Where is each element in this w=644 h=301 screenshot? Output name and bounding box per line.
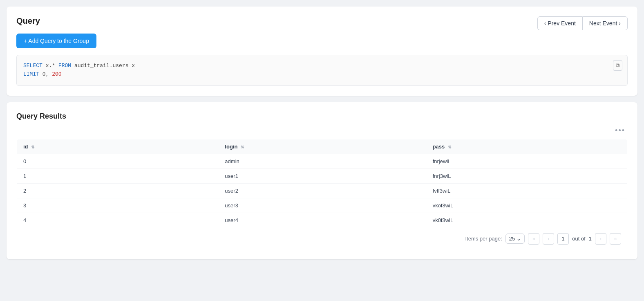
col-pass-label: pass	[433, 144, 445, 150]
out-of-label: out of	[572, 236, 586, 242]
cell-login-4: user4	[218, 213, 426, 227]
copy-sql-button[interactable]: ⧉	[613, 60, 622, 71]
cell-pass-2: fvff3wiL	[426, 183, 627, 198]
chevron-left-icon: ‹	[544, 20, 546, 27]
next-page-button[interactable]: ›	[595, 233, 606, 245]
cell-id-4: 4	[17, 213, 218, 227]
query-header: Query ‹ Prev Event Next Event ›	[16, 16, 628, 30]
cell-login-0: admin	[218, 154, 426, 168]
chevron-down-icon: ⌄	[517, 236, 521, 242]
per-page-value: 25	[509, 236, 515, 242]
sort-login-icon: ⇅	[241, 145, 244, 149]
sql-limit-value: 0,	[42, 71, 52, 77]
cell-id-1: 1	[17, 168, 218, 183]
cell-login-3: user3	[218, 198, 426, 213]
more-options-area: •••	[16, 126, 628, 136]
last-page-button[interactable]: »	[610, 233, 621, 245]
add-query-button[interactable]: + Add Query to the Group	[16, 34, 96, 48]
sql-limit-number: 200	[52, 71, 61, 77]
pagination: Items per page: 25 ⌄ « ‹ 1 out of 1 › »	[16, 228, 628, 249]
results-table: id ⇅ login ⇅ pass ⇅ 0 admin fnrjewiL 1 u…	[16, 139, 628, 228]
query-results-card: Query Results ••• id ⇅ login ⇅ pass ⇅	[7, 102, 637, 259]
col-header-pass[interactable]: pass ⇅	[426, 139, 627, 154]
table-row: 2 user2 fvff3wiL	[17, 183, 628, 198]
sql-keyword: SELECT	[23, 63, 42, 69]
cell-login-1: user1	[218, 168, 426, 183]
cell-login-2: user2	[218, 183, 426, 198]
copy-icon: ⧉	[616, 62, 619, 68]
cell-id-0: 0	[17, 154, 218, 168]
cell-id-3: 3	[17, 198, 218, 213]
total-pages: 1	[589, 236, 592, 242]
table-row: 1 user1 fnrj3wiL	[17, 168, 628, 183]
sort-pass-icon: ⇅	[448, 145, 451, 149]
next-event-button[interactable]: Next Event ›	[582, 16, 628, 30]
next-event-label: Next Event	[589, 20, 617, 27]
first-page-button[interactable]: «	[528, 233, 539, 245]
cell-id-2: 2	[17, 183, 218, 198]
ellipsis-icon: •••	[615, 126, 625, 135]
prev-event-button[interactable]: ‹ Prev Event	[537, 16, 582, 30]
per-page-dropdown[interactable]: 25 ⌄	[505, 234, 525, 244]
sql-text-1: x.*	[46, 63, 58, 69]
cell-pass-3: vkof3wiL	[426, 198, 627, 213]
cell-pass-1: fnrj3wiL	[426, 168, 627, 183]
col-header-login[interactable]: login ⇅	[218, 139, 426, 154]
col-header-id[interactable]: id ⇅	[17, 139, 218, 154]
query-card: Query ‹ Prev Event Next Event › + Add Qu…	[7, 7, 637, 96]
items-per-page-label: Items per page:	[465, 236, 502, 242]
sql-editor: SELECT x.* FROM audit_trail.users x LIMI…	[16, 55, 628, 86]
prev-event-label: Prev Event	[548, 20, 575, 27]
sort-id-icon: ⇅	[31, 145, 34, 149]
table-row: 3 user3 vkof3wiL	[17, 198, 628, 213]
table-row: 4 user4 vk0f3wiL	[17, 213, 628, 227]
sql-keyword-2: FROM	[58, 63, 71, 69]
table-body: 0 admin fnrjewiL 1 user1 fnrj3wiL 2 user…	[17, 154, 628, 227]
chevron-right-icon: ›	[619, 20, 621, 27]
event-navigation: ‹ Prev Event Next Event ›	[537, 16, 628, 30]
current-page: 1	[557, 233, 569, 245]
col-id-label: id	[23, 144, 28, 150]
cell-pass-4: vk0f3wiL	[426, 213, 627, 227]
table-header-row: id ⇅ login ⇅ pass ⇅	[17, 139, 628, 154]
cell-pass-0: fnrjewiL	[426, 154, 627, 168]
page-title: Query	[16, 16, 40, 26]
more-options-button[interactable]: •••	[613, 126, 628, 136]
col-login-label: login	[225, 144, 237, 150]
sql-keyword-3: LIMIT	[23, 71, 39, 77]
sql-text-2: audit_trail.users x	[74, 63, 135, 69]
results-title: Query Results	[16, 112, 628, 121]
table-row: 0 admin fnrjewiL	[17, 154, 628, 168]
prev-page-button[interactable]: ‹	[543, 233, 554, 245]
